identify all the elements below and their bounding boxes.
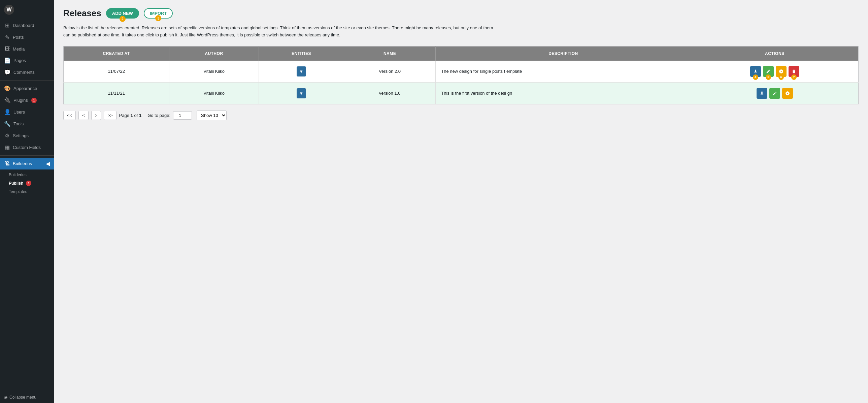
publish-badge: 1 — [26, 181, 31, 186]
sidebar-item-label: Tools — [13, 121, 24, 126]
entities-button[interactable]: ▾ — [297, 88, 306, 98]
cell-name: Version 2.0 — [344, 61, 435, 83]
cell-author: Vitalii Kiiko — [169, 61, 259, 83]
delete-badge: 7 — [791, 75, 797, 80]
sidebar-item-plugins[interactable]: 🔌 Plugins 1 — [0, 94, 54, 106]
cell-created-at: 11/07/22 — [64, 61, 169, 83]
sidebar-item-dashboard[interactable]: ⊞ Dashboard — [0, 20, 54, 31]
download2-button[interactable] — [756, 88, 767, 99]
plugins-icon: 🔌 — [4, 97, 11, 104]
sidebar-item-label: Comments — [13, 70, 35, 75]
entities-button[interactable]: ▾ — [297, 66, 306, 77]
sidebar-logo: W — [0, 0, 54, 20]
sidebar-sub-item-publish[interactable]: Publish 1 — [0, 179, 54, 188]
add-new-button[interactable]: ADD NEW 2 — [106, 8, 139, 19]
sidebar-item-custom-fields[interactable]: ▦ Custom Fields — [0, 142, 54, 153]
delete-button[interactable]: 7 — [788, 66, 799, 77]
sidebar-item-label: Settings — [13, 133, 29, 138]
col-header-name: NAME — [344, 46, 435, 61]
sidebar-item-label: Pages — [13, 58, 26, 63]
page-header: Releases ADD NEW 2 IMPORT 3 — [63, 8, 859, 19]
tools-icon: 🔧 — [4, 121, 11, 127]
sidebar-item-label: Posts — [13, 35, 24, 40]
cell-actions: 4567 — [691, 61, 858, 83]
cell-actions — [691, 82, 858, 104]
sidebar-item-builderius[interactable]: 🏗 Builderius ◀ — [0, 158, 54, 170]
sidebar-divider — [0, 80, 54, 81]
users-icon: 👤 — [4, 109, 11, 115]
settings-icon: ⚙ — [4, 133, 10, 139]
import-badge: 3 — [155, 15, 161, 21]
goto-input[interactable] — [173, 111, 192, 120]
sidebar-item-pages[interactable]: 📄 Pages — [0, 55, 54, 66]
first-page-button[interactable]: << — [63, 111, 76, 120]
last-page-button[interactable]: >> — [104, 111, 116, 120]
edit-badge: 5 — [766, 75, 771, 80]
table-row: 11/07/22Vitalii Kiiko▾Version 2.0The new… — [64, 61, 859, 83]
publish2-button[interactable] — [782, 88, 793, 99]
main-content: Releases ADD NEW 2 IMPORT 3 Below is the… — [54, 0, 868, 403]
table-header-row: CREATED AT AUTHOR ENTITIES NAME DESCRIPT… — [64, 46, 859, 61]
sidebar-item-label: Appearance — [13, 86, 37, 91]
sidebar-sub-item-templates[interactable]: Templates — [0, 188, 54, 196]
sidebar: W ⊞ Dashboard ✎ Posts 🖼 Media 📄 Pages 💬 … — [0, 0, 54, 403]
media-icon: 🖼 — [4, 46, 10, 52]
sidebar-item-comments[interactable]: 💬 Comments — [0, 66, 54, 78]
col-header-description: DESCRIPTION — [436, 46, 691, 61]
sidebar-item-label: Dashboard — [13, 23, 34, 28]
show-select[interactable]: Show 10 Show 20 Show 50 — [197, 111, 226, 120]
edit2-button[interactable] — [769, 88, 780, 99]
publish-button[interactable]: 6 — [776, 66, 786, 77]
next-page-button[interactable]: > — [91, 111, 101, 120]
cell-author: Vitalii Kiiko — [169, 82, 259, 104]
sidebar-sub-section: Builderius Publish 1 Templates — [0, 170, 54, 197]
cell-description: This is the first version of the desi gn — [436, 82, 691, 104]
pages-icon: 📄 — [4, 57, 11, 64]
prev-page-button[interactable]: < — [79, 111, 89, 120]
sidebar-sub-item-builderius[interactable]: Builderius — [0, 171, 54, 179]
sidebar-divider-2 — [0, 155, 54, 156]
sidebar-item-tools[interactable]: 🔧 Tools — [0, 118, 54, 130]
col-header-actions: ACTIONS — [691, 46, 858, 61]
sidebar-item-users[interactable]: 👤 Users — [0, 106, 54, 118]
wordpress-icon: W — [4, 5, 14, 15]
dashboard-icon: ⊞ — [4, 22, 10, 29]
posts-icon: ✎ — [4, 34, 10, 40]
builderius-icon: 🏗 — [4, 161, 10, 167]
sidebar-item-label: Users — [13, 110, 25, 115]
pagination: << < > >> Page 1 of 1 Go to page: Show 1… — [63, 111, 859, 120]
collapse-menu[interactable]: ◉ Collapse menu — [0, 392, 54, 403]
add-new-badge: 2 — [120, 16, 126, 22]
sidebar-item-posts[interactable]: ✎ Posts — [0, 31, 54, 43]
sidebar-item-appearance[interactable]: 🎨 Appearance — [0, 83, 54, 94]
sidebar-item-media[interactable]: 🖼 Media — [0, 43, 54, 55]
page-title: Releases — [63, 8, 101, 19]
import-button[interactable]: IMPORT 3 — [144, 8, 173, 19]
table-row: 11/11/21Vitalii Kiiko▾version 1.0This is… — [64, 82, 859, 104]
description-text: Below is the list of the releases create… — [63, 25, 501, 39]
page-info: Page 1 of 1 — [119, 113, 142, 118]
releases-table: CREATED AT AUTHOR ENTITIES NAME DESCRIPT… — [63, 46, 859, 105]
appearance-icon: 🎨 — [4, 85, 11, 92]
sidebar-item-label: Plugins — [13, 98, 28, 103]
edit-button[interactable]: 5 — [763, 66, 774, 77]
col-header-entities: ENTITIES — [258, 46, 344, 61]
cell-entities: ▾ — [258, 61, 344, 83]
cell-name: version 1.0 — [344, 82, 435, 104]
comments-icon: 💬 — [4, 69, 11, 76]
sidebar-item-label: Builderius — [13, 161, 32, 166]
publish-badge: 6 — [778, 75, 784, 80]
cell-entities: ▾ — [258, 82, 344, 104]
plugins-badge: 1 — [31, 98, 37, 103]
col-header-author: AUTHOR — [169, 46, 259, 61]
download-badge: 4 — [753, 75, 758, 80]
cell-created-at: 11/11/21 — [64, 82, 169, 104]
goto-label: Go to page: — [148, 113, 170, 118]
col-header-created-at: CREATED AT — [64, 46, 169, 61]
sidebar-item-label: Custom Fields — [13, 145, 41, 150]
collapse-icon: ◉ — [4, 395, 7, 400]
sidebar-item-label: Media — [13, 47, 25, 52]
download-button[interactable]: 4 — [750, 66, 761, 77]
sidebar-item-settings[interactable]: ⚙ Settings — [0, 130, 54, 142]
custom-fields-icon: ▦ — [4, 144, 10, 151]
